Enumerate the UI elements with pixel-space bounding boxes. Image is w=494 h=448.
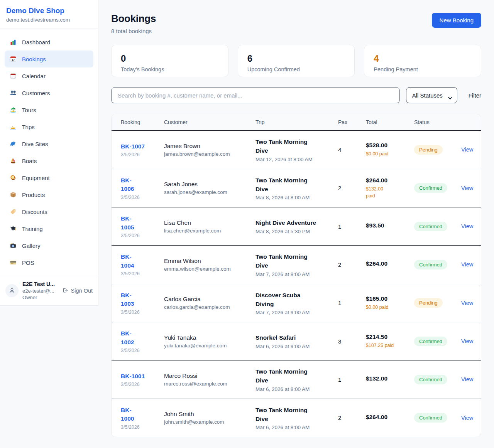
customer-name: Marco Rossi [164,372,255,379]
stat-label: Today's Bookings [121,66,219,72]
sidebar-item-bookings[interactable]: 17 Bookings [5,51,93,67]
trip-name: Two Tank Morning Dive [255,406,338,424]
sidebar-item-boats[interactable]: Boats [5,152,93,169]
trip-datetime: Mar 7, 2026 at 8:00 AM [255,271,338,277]
sidebar-item-customers[interactable]: Customers [5,84,93,101]
customer-name: Lisa Chen [164,219,255,226]
package-icon [9,191,17,198]
sidebar-item-dive-sites[interactable]: Dive Sites [5,135,93,152]
page-subtitle: 8 total bookings [111,28,156,34]
total-amount: $214.50 [366,333,414,340]
sign-out-button[interactable]: Sign Out [62,287,93,295]
view-link[interactable]: View [461,338,473,344]
customer-name: John Smith [164,411,255,418]
sidebar-item-pos[interactable]: POS [5,254,93,271]
booking-id-link[interactable]: BK- 1006 [121,176,134,194]
booking-id-link[interactable]: BK- 1002 [121,329,134,347]
status-badge: Confirmed [414,375,447,384]
sidebar: Demo Dive Shop demo.test.divestreams.com… [0,0,98,306]
booking-id-link[interactable]: BK-1001 [121,372,145,381]
view-link[interactable]: View [461,147,473,153]
table-row: BK- 10033/5/2026 Carlos Garciacarlos.gar… [112,284,481,322]
search-input[interactable] [111,87,400,103]
new-booking-button[interactable]: New Booking [432,13,481,28]
paid-amount: $0.00 paid [366,150,414,157]
sidebar-item-label: Trips [22,124,35,130]
status-badge: Confirmed [414,413,447,423]
status-badge: Confirmed [414,337,447,346]
sidebar-item-trips[interactable]: Trips [5,118,93,135]
column-header-trip: Trip [255,119,338,125]
view-link[interactable]: View [461,223,473,229]
view-link[interactable]: View [461,415,473,421]
status-badge: Confirmed [414,222,447,231]
trip-name: Two Tank Morning Dive [255,176,338,194]
pax-count: 1 [338,223,366,230]
customer-name: Sarah Jones [164,181,255,188]
stats-row: 0 Today's Bookings 6 Upcoming Confirmed … [111,45,481,77]
total-amount: $264.00 [366,177,414,184]
island-icon [9,106,17,113]
stat-label: Pending Payment [374,66,472,72]
customer-name: Yuki Tanaka [164,334,255,341]
booking-id-link[interactable]: BK-1007 [121,142,145,151]
booking-id-link[interactable]: BK- 1000 [121,406,134,423]
pax-count: 2 [338,185,366,191]
booking-id-link[interactable]: BK- 1003 [121,291,134,308]
bar-chart-icon [9,39,17,45]
booking-id-link[interactable]: BK- 1005 [121,214,134,232]
tag-icon [9,208,17,215]
customer-email: yuki.tanaka@example.com [164,343,255,349]
trip-datetime: Mar 6, 2026 at 8:00 AM [255,386,338,392]
avatar [5,284,19,297]
view-link[interactable]: View [461,261,473,268]
sidebar-item-label: Discounts [22,209,47,215]
status-badge: Confirmed [414,260,447,269]
sidebar-item-tours[interactable]: Tours [5,101,93,118]
sidebar-item-products[interactable]: Products [5,186,93,203]
view-link[interactable]: View [461,376,473,382]
booking-id-link[interactable]: BK- 1004 [121,253,134,270]
pax-count: 3 [338,338,366,345]
table-row: BK- 10063/5/2026 Sarah Jonessarah.jones@… [112,169,481,207]
wave-icon [9,140,17,147]
booking-date: 3/5/2026 [121,310,164,315]
status-badge: Confirmed [414,183,447,193]
sign-out-label: Sign Out [71,288,93,294]
sidebar-item-training[interactable]: Training [5,220,93,237]
column-header-total: Total [366,119,414,125]
user-role: Owner [22,295,58,300]
sidebar-item-gallery[interactable]: Gallery [5,237,93,254]
view-link[interactable]: View [461,185,473,191]
shop-domain: demo.test.divestreams.com [6,17,92,23]
column-header-pax: Pax [338,119,366,125]
table-row: BK- 10043/5/2026 Emma Wilsonemma.wilson@… [112,245,481,284]
camera-icon [9,242,17,249]
sidebar-item-label: Gallery [22,243,41,249]
people-icon [9,89,17,96]
stat-card-upcoming-confirmed: 6 Upcoming Confirmed [238,45,355,77]
column-header-status: Status [414,119,461,125]
trip-name: Two Tank Morning Dive [255,252,338,270]
sidebar-item-label: POS [22,259,34,266]
sidebar-item-equipment[interactable]: Equipment [5,169,93,186]
user-info: E2E Test U... e2e-tester@... Owner [22,281,58,300]
status-filter-select[interactable]: All Statuses [406,87,457,103]
view-link[interactable]: View [461,300,473,306]
sidebar-item-label: Products [22,192,45,198]
sidebar-item-discounts[interactable]: Discounts [5,203,93,220]
stat-label: Upcoming Confirmed [247,66,345,72]
shop-title: Demo Dive Shop [6,7,92,15]
pax-count: 1 [338,376,366,383]
table-row: BK-10013/5/2026 Marco Rossimarco.rossi@e… [112,360,481,399]
sidebar-item-dashboard[interactable]: Dashboard [5,34,93,51]
pax-count: 1 [338,300,366,306]
page-header: Bookings 8 total bookings New Booking [111,13,481,34]
trip-datetime: Mar 8, 2026 at 8:00 AM [255,195,338,200]
pax-count: 2 [338,414,366,421]
sidebar-item-calendar[interactable]: Calendar [5,67,93,84]
user-name: E2E Test U... [22,281,58,287]
filter-button[interactable]: Filter [469,92,481,99]
sidebar-item-label: Equipment [22,175,50,181]
total-amount: $264.00 [366,260,414,267]
